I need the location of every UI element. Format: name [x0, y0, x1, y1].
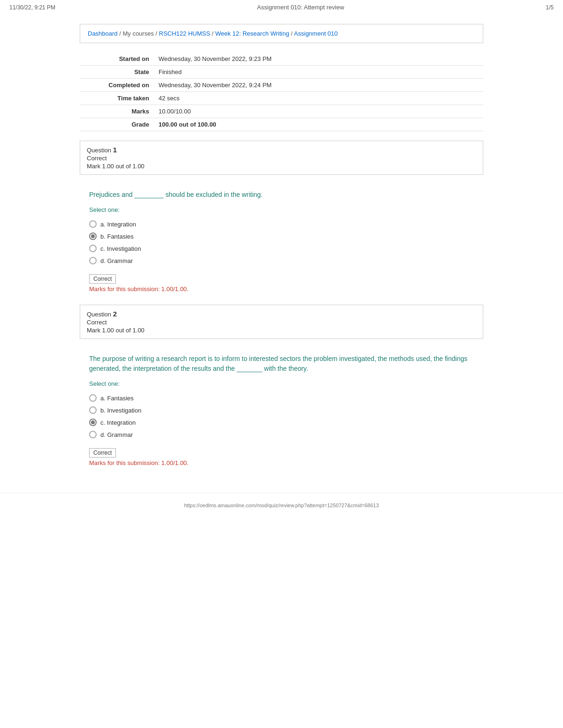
question2-mark: Mark 1.00 out of 1.00: [87, 327, 476, 334]
breadcrumb-course[interactable]: RSCH122 HUMSS: [159, 30, 210, 37]
question1-select-one: Select one:: [89, 206, 474, 213]
question1-label: Question 1: [87, 146, 476, 154]
datetime: 11/30/22, 9:21 PM: [9, 4, 55, 11]
question2-status: Correct: [87, 319, 476, 326]
question1-text: Prejudices and ________ should be exclud…: [89, 190, 474, 200]
correct-badge: Correct: [89, 448, 116, 458]
list-item: a. Fantasies: [89, 392, 474, 404]
question1-body: Prejudices and ________ should be exclud…: [80, 182, 483, 300]
state-value: Finished: [155, 66, 483, 79]
started-on-label: Started on: [80, 53, 155, 66]
page-title: Assignment 010: Attempt review: [257, 4, 344, 11]
option-text: a. Fantasies: [100, 395, 134, 402]
question1-options: a. Integration b. Fantasies c. Investiga…: [89, 218, 474, 267]
list-item: d. Grammar: [89, 255, 474, 267]
list-item: c. Investigation: [89, 242, 474, 255]
marks-submission-q1: Marks for this submission: 1.00/1.00.: [89, 285, 474, 293]
correct-badge-q2: Correct: [89, 448, 474, 459]
question1-header: Question 1 Correct Mark 1.00 out of 1.00: [80, 141, 483, 175]
option-text: c. Investigation: [100, 245, 141, 252]
grade-label: Grade: [80, 118, 155, 131]
list-item: b. Investigation: [89, 404, 474, 416]
completed-on-value: Wednesday, 30 November 2022, 9:24 PM: [155, 79, 483, 92]
option-text: a. Integration: [100, 221, 136, 228]
radio-icon: [89, 431, 97, 438]
radio-icon: [89, 406, 97, 414]
list-item: d. Grammar: [89, 428, 474, 441]
question2-options: a. Fantasies b. Investigation c. Integra…: [89, 392, 474, 441]
list-item: c. Integration: [89, 416, 474, 428]
breadcrumb-sep1: / My courses /: [118, 30, 159, 37]
footer: https://oedlms.amauonline.com/mod/quiz/r…: [0, 493, 563, 518]
breadcrumb-dashboard[interactable]: Dashboard: [88, 30, 118, 37]
correct-badge-q1: Correct: [89, 274, 474, 285]
started-on-value: Wednesday, 30 November 2022, 9:23 PM: [155, 53, 483, 66]
footer-url: https://oedlms.amauonline.com/mod/quiz/r…: [184, 503, 379, 508]
radio-icon: [89, 257, 97, 264]
top-bar: 11/30/22, 9:21 PM Assignment 010: Attemp…: [0, 0, 563, 15]
breadcrumb-sep3: /: [289, 30, 294, 37]
breadcrumb-week[interactable]: Week 12: Research Writing: [215, 30, 289, 37]
option-text: d. Grammar: [100, 257, 133, 264]
question1-status: Correct: [87, 155, 476, 162]
list-item: b. Fantasies: [89, 230, 474, 242]
option-text: d. Grammar: [100, 431, 133, 438]
list-item: a. Integration: [89, 218, 474, 230]
question2-text: The purpose of writing a research report…: [89, 354, 474, 374]
question1-mark: Mark 1.00 out of 1.00: [87, 163, 476, 170]
option-text: c. Integration: [100, 419, 136, 426]
question2-label: Question 2: [87, 310, 476, 318]
page-number: 1/5: [546, 4, 554, 11]
time-taken-label: Time taken: [80, 92, 155, 105]
radio-icon: [89, 233, 97, 240]
option-text: b. Fantasies: [100, 233, 134, 240]
breadcrumb-sep2: /: [210, 30, 215, 37]
marks-submission-q2: Marks for this submission: 1.00/1.00.: [89, 459, 474, 466]
question2-body: The purpose of writing a research report…: [80, 346, 483, 474]
time-taken-value: 42 secs: [155, 92, 483, 105]
correct-badge: Correct: [89, 274, 116, 284]
radio-icon: [89, 394, 97, 402]
radio-selected-dot: [91, 234, 95, 238]
main-content: Dashboard / My courses / RSCH122 HUMSS /…: [70, 24, 493, 474]
marks-label: Marks: [80, 105, 155, 118]
info-table: Started on Wednesday, 30 November 2022, …: [80, 53, 483, 131]
radio-icon: [89, 245, 97, 252]
marks-value: 10.00/10.00: [155, 105, 483, 118]
state-label: State: [80, 66, 155, 79]
radio-icon: [89, 220, 97, 228]
question2-header: Question 2 Correct Mark 1.00 out of 1.00: [80, 305, 483, 339]
question2-select-one: Select one:: [89, 380, 474, 387]
completed-on-label: Completed on: [80, 79, 155, 92]
breadcrumb: Dashboard / My courses / RSCH122 HUMSS /…: [80, 24, 483, 43]
grade-value: 100.00 out of 100.00: [155, 118, 483, 131]
radio-icon: [89, 419, 97, 426]
option-text: b. Investigation: [100, 407, 141, 414]
breadcrumb-assignment[interactable]: Assignment 010: [294, 30, 338, 37]
radio-selected-dot: [91, 420, 95, 424]
